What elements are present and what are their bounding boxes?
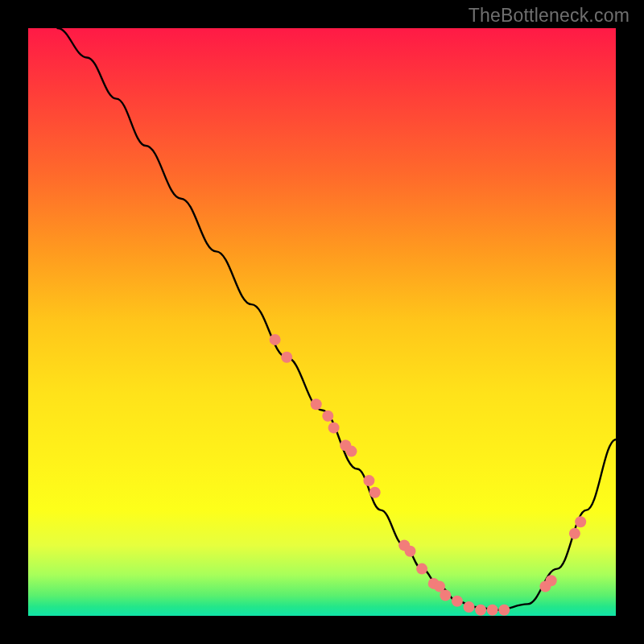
chart-svg [28,28,616,616]
curve-line [58,28,617,610]
marker-dot [569,528,580,539]
marker-dot [475,605,486,616]
attribution-text: TheBottleneck.com [469,5,630,27]
marker-dot [575,516,586,527]
marker-dot [363,475,374,486]
marker-dot [322,411,333,422]
marker-dot [405,546,416,557]
marker-dot [346,446,357,457]
marker-dot [452,596,463,607]
marker-dot [498,605,510,616]
marker-dot [416,564,427,575]
marker-dot [328,422,340,433]
chart-container: TheBottleneck.com [0,0,644,644]
marker-dot [464,601,475,613]
marker-dot [311,398,322,410]
marker-dot [546,575,557,586]
marker-dot [440,590,451,601]
marker-dot [487,605,498,616]
marker-dot [369,487,381,498]
marker-dot [281,352,292,363]
plot-area [28,28,616,616]
marker-dot [270,334,281,345]
